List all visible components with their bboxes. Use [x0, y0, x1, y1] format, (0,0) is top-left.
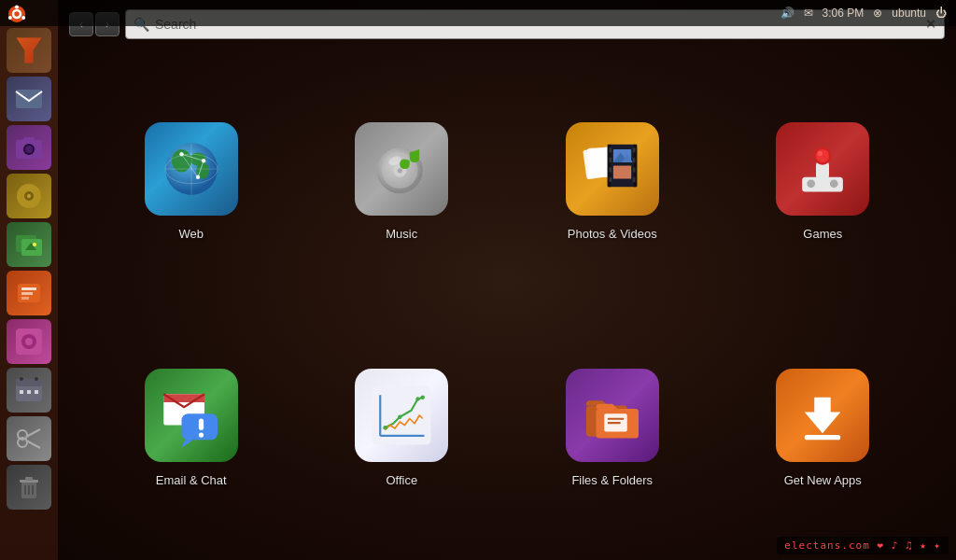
svg-point-32 [35, 377, 38, 381]
username: ubuntu [892, 7, 926, 20]
getnew-label: Get New Apps [784, 473, 862, 487]
svg-rect-11 [23, 137, 35, 142]
files-label: Files & Folders [571, 473, 653, 487]
office-label: Office [386, 473, 417, 487]
games-label: Games [803, 227, 842, 241]
topbar: 🔊 ✉ 3:06 PM ⊗ ubuntu ⏻ [0, 0, 956, 26]
app-item-email[interactable]: Email & Chat [145, 369, 238, 487]
email-icon [145, 369, 238, 462]
svg-point-95 [398, 414, 401, 418]
mail-icon[interactable]: ✉ [804, 7, 813, 20]
svg-point-94 [384, 425, 387, 428]
svg-rect-39 [25, 477, 33, 481]
svg-rect-71 [633, 157, 636, 161]
sidebar-item-trash-bin[interactable] [7, 465, 51, 510]
office-icon [355, 369, 448, 462]
svg-marker-103 [805, 397, 841, 433]
svg-rect-7 [16, 90, 42, 108]
sidebar-item-pink[interactable] [7, 319, 51, 364]
photos-label: Photos & Videos [568, 227, 657, 241]
sidebar-item-orange[interactable] [7, 271, 51, 315]
svg-rect-73 [633, 176, 636, 181]
email-label: Email & Chat [156, 473, 227, 487]
user-icon: ⊗ [873, 7, 882, 20]
app-item-games[interactable]: Games [776, 122, 869, 241]
svg-point-97 [421, 395, 425, 399]
getnew-icon [776, 369, 869, 462]
sidebar [0, 0, 58, 560]
volume-icon[interactable]: 🔊 [780, 7, 794, 20]
svg-rect-20 [21, 287, 36, 290]
app-item-office[interactable]: Office [355, 369, 448, 487]
svg-point-83 [808, 179, 816, 188]
svg-rect-67 [609, 157, 612, 161]
svg-rect-28 [20, 390, 23, 394]
svg-rect-70 [633, 147, 636, 152]
svg-point-10 [25, 146, 33, 153]
svg-point-96 [416, 397, 420, 400]
svg-rect-22 [21, 297, 29, 300]
svg-rect-104 [805, 435, 841, 440]
svg-point-59 [398, 168, 402, 173]
sidebar-item-mail[interactable] [7, 77, 51, 121]
svg-marker-6 [17, 38, 42, 63]
svg-point-3 [21, 16, 25, 20]
svg-point-31 [20, 377, 23, 381]
svg-point-81 [816, 149, 829, 162]
app-item-photos[interactable]: Photos & Videos [566, 122, 659, 241]
svg-rect-66 [609, 147, 612, 152]
ubuntu-logo [7, 5, 26, 23]
sidebar-item-calendar[interactable] [7, 368, 51, 413]
svg-line-36 [26, 441, 40, 448]
watermark: electans.com ❤ ♪ ♫ ★ ✦ [777, 537, 949, 554]
music-label: Music [386, 227, 417, 241]
sidebar-item-camera[interactable] [7, 125, 51, 170]
web-label: Web [179, 227, 204, 241]
svg-rect-21 [21, 292, 33, 295]
svg-point-84 [830, 179, 838, 188]
svg-point-90 [199, 432, 204, 437]
power-icon[interactable]: ⏻ [935, 7, 947, 20]
svg-rect-27 [16, 379, 42, 386]
app-grid: Web [58, 49, 956, 560]
main-content: ‹ › 🔍 ✕ [58, 0, 956, 560]
app-item-web[interactable]: Web [145, 122, 238, 241]
clock: 3:06 PM [822, 7, 865, 20]
topbar-right: 🔊 ✉ 3:06 PM ⊗ ubuntu ⏻ [780, 7, 947, 20]
music-icon [355, 122, 448, 216]
svg-rect-30 [35, 390, 38, 394]
photos-icon [566, 122, 659, 216]
svg-rect-29 [27, 390, 31, 394]
sidebar-item-photos[interactable] [7, 222, 51, 267]
svg-rect-101 [608, 417, 625, 419]
app-item-getnew[interactable]: Get New Apps [776, 369, 869, 487]
web-icon [145, 122, 238, 216]
svg-point-4 [8, 16, 12, 20]
svg-rect-69 [609, 176, 612, 181]
app-item-files[interactable]: Files & Folders [566, 369, 659, 487]
sidebar-item-trash[interactable] [7, 28, 51, 73]
svg-marker-88 [181, 440, 192, 448]
app-item-music[interactable]: Music [355, 122, 448, 241]
svg-rect-89 [199, 418, 204, 429]
games-icon [776, 122, 869, 216]
svg-point-14 [27, 194, 31, 198]
svg-point-2 [15, 6, 19, 9]
svg-line-35 [26, 429, 40, 437]
svg-rect-102 [608, 422, 621, 424]
svg-rect-72 [633, 167, 636, 172]
files-icon [566, 369, 659, 462]
sidebar-item-scissors[interactable] [7, 416, 51, 461]
svg-point-82 [818, 150, 822, 155]
svg-point-18 [33, 243, 36, 246]
svg-rect-75 [613, 165, 631, 178]
sidebar-item-music[interactable] [7, 174, 51, 218]
svg-point-25 [25, 338, 33, 345]
svg-rect-68 [609, 167, 612, 172]
